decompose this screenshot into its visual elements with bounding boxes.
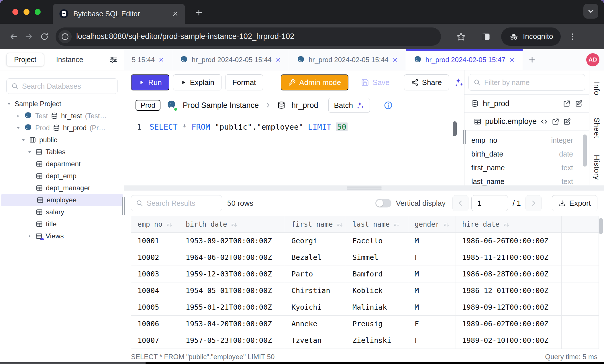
worksheet-tab[interactable]: hr_prod 2024-02-05 15:47: [406, 49, 523, 70]
table-cell[interactable]: Koblick: [346, 282, 408, 299]
table-cell[interactable]: 10006: [131, 316, 179, 332]
next-page-button[interactable]: [525, 195, 542, 211]
run-button[interactable]: Run: [131, 74, 169, 90]
external-link-icon[interactable]: [552, 118, 560, 126]
caret-down-icon[interactable]: [15, 125, 21, 131]
table-cell[interactable]: 1989-02-10T00:00:00Z: [456, 332, 562, 349]
forward-button[interactable]: [21, 29, 37, 44]
table-cell[interactable]: F: [408, 332, 456, 349]
close-browser-tab-icon[interactable]: [172, 10, 179, 17]
sort-icon[interactable]: [336, 221, 343, 228]
sort-icon[interactable]: [443, 221, 450, 228]
table-cell[interactable]: Preusig: [346, 316, 408, 332]
tree-table-department[interactable]: department: [0, 158, 124, 170]
schema-column-row[interactable]: birth_datedate: [464, 147, 589, 161]
info-circle-icon[interactable]: [384, 101, 393, 110]
filter-box[interactable]: [468, 74, 585, 91]
tab-search-button[interactable]: [583, 4, 598, 19]
table-cell[interactable]: Georgi: [285, 233, 346, 249]
table-row[interactable]: 100061953-04-20T00:00:00ZAnnekePreusigF1…: [131, 316, 599, 332]
table-cell[interactable]: 1985-11-21T00:00:00Z: [456, 249, 562, 266]
table-cell[interactable]: 1953-09-02T00:00:00Z: [179, 233, 285, 249]
table-cell[interactable]: Anneke: [285, 316, 346, 332]
filter-by-name-input[interactable]: [484, 78, 580, 87]
previous-page-button[interactable]: [452, 195, 468, 211]
column-header[interactable]: hire_date: [456, 216, 562, 233]
table-cell[interactable]: 10001: [131, 233, 179, 249]
worksheet-tab[interactable]: hr_prod 2024-02-05 15:44: [289, 49, 406, 70]
table-cell[interactable]: 1959-12-03T00:00:00Z: [179, 266, 285, 282]
table-row[interactable]: 100041954-05-01T00:00:00ZChirstianKoblic…: [131, 282, 599, 299]
back-button[interactable]: [6, 29, 21, 44]
table-cell[interactable]: 10004: [131, 282, 179, 299]
caret-right-icon[interactable]: [27, 234, 32, 239]
zoom-window-button[interactable]: [35, 9, 41, 15]
bookmark-star-icon[interactable]: [456, 31, 466, 42]
save-button[interactable]: Save: [358, 74, 393, 90]
column-header[interactable]: last_name: [346, 216, 408, 233]
table-cell[interactable]: Bezalel: [285, 249, 346, 266]
table-row[interactable]: 100071957-05-23T00:00:00ZTzvetanZielinsk…: [131, 332, 599, 349]
sort-icon[interactable]: [393, 221, 400, 228]
table-cell[interactable]: 1989-06-02T00:00:00Z: [456, 316, 562, 332]
table-cell[interactable]: 1986-06-26T00:00:00Z: [456, 233, 562, 249]
search-databases-input[interactable]: [22, 82, 114, 90]
table-cell[interactable]: M: [408, 299, 456, 316]
schema-database-row[interactable]: hr_prod: [464, 94, 589, 112]
panel-resize-handle[interactable]: [462, 130, 466, 144]
table-cell[interactable]: 1964-06-02T00:00:00Z: [179, 249, 285, 266]
format-button[interactable]: Format: [225, 74, 263, 90]
schema-column-row[interactable]: last_nametext: [464, 175, 589, 185]
table-cell[interactable]: Simmel: [346, 249, 408, 266]
table-cell[interactable]: 1954-05-01T00:00:00Z: [179, 282, 285, 299]
table-cell[interactable]: 10005: [131, 299, 179, 316]
table-cell[interactable]: Bamford: [346, 266, 408, 282]
table-cell[interactable]: M: [408, 282, 456, 299]
close-tab-icon[interactable]: [158, 57, 164, 63]
table-cell[interactable]: Chirstian: [285, 282, 346, 299]
tree-table-employee[interactable]: employee: [1, 194, 123, 206]
results-scrollbar[interactable]: [599, 218, 603, 234]
column-header[interactable]: birth_date: [179, 216, 285, 233]
sort-icon[interactable]: [166, 221, 173, 228]
sort-icon[interactable]: [503, 221, 510, 228]
table-cell[interactable]: 10003: [131, 266, 179, 282]
column-list-scrollbar[interactable]: [583, 134, 587, 167]
table-row[interactable]: 100011953-09-02T00:00:00ZGeorgiFacelloM1…: [131, 233, 599, 249]
share-button[interactable]: Share: [404, 74, 449, 90]
table-cell[interactable]: 1957-05-23T00:00:00Z: [179, 332, 285, 349]
close-tab-icon[interactable]: [509, 57, 515, 63]
reload-button[interactable]: [37, 29, 52, 44]
tree-project[interactable]: Sample Project: [0, 98, 124, 110]
side-panel-icon[interactable]: [481, 31, 491, 42]
ai-sparkle-icon[interactable]: [454, 77, 464, 88]
user-avatar[interactable]: AD: [586, 53, 599, 66]
export-button[interactable]: Export: [552, 195, 597, 211]
edit-icon[interactable]: [575, 100, 583, 108]
side-tab-sheet[interactable]: Sheet: [589, 107, 604, 149]
database-search[interactable]: [6, 78, 118, 94]
database-name[interactable]: hr_prod: [291, 101, 318, 110]
tree-schema-public[interactable]: public: [0, 134, 124, 146]
worksheet-tab[interactable]: hr_prod 2024-02-05 15:44: [172, 49, 289, 70]
schema-column-row[interactable]: emp_nointeger: [464, 133, 589, 147]
schema-column-row[interactable]: first_nametext: [464, 161, 589, 175]
table-row[interactable]: 100051955-01-21T00:00:00ZKyoichiMaliniak…: [131, 299, 599, 316]
sort-icon[interactable]: [231, 221, 238, 228]
table-cell[interactable]: Zielinski: [346, 332, 408, 349]
column-header[interactable]: first_name: [285, 216, 346, 233]
results-search-box[interactable]: [131, 195, 222, 211]
schema-table-row[interactable]: public.employe: [464, 112, 589, 130]
close-tab-icon[interactable]: [392, 57, 398, 63]
edit-icon[interactable]: [563, 118, 571, 126]
horizontal-splitter[interactable]: [124, 185, 604, 191]
search-results-input[interactable]: [147, 199, 217, 207]
tree-views-group[interactable]: Views: [0, 230, 124, 242]
caret-down-icon[interactable]: [21, 137, 26, 143]
batch-button[interactable]: Batch: [328, 98, 370, 113]
caret-down-icon[interactable]: [6, 101, 12, 107]
tree-database-test[interactable]: Test hr_test (Test…: [0, 110, 124, 122]
table-cell[interactable]: Maliniak: [346, 299, 408, 316]
worksheet-tab[interactable]: 5 15:44: [124, 49, 172, 70]
tab-instance[interactable]: Instance: [56, 56, 83, 64]
